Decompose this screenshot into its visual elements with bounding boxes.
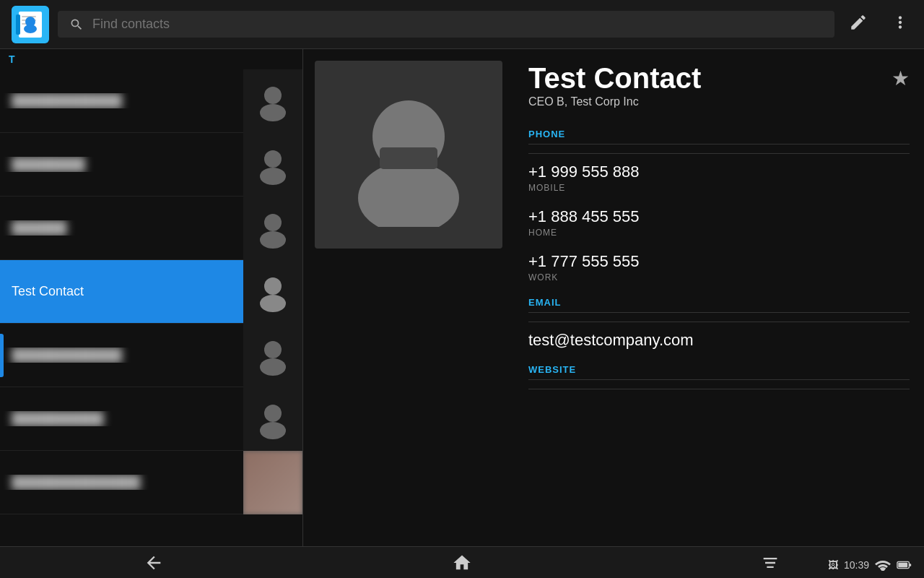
contact-name-text: ████████████	[12, 93, 122, 108]
contact-name-heading: Test Contact CEO B, Test Corp Inc	[528, 61, 701, 123]
contact-name-text: ██████████	[12, 411, 104, 426]
app-icon	[12, 6, 49, 43]
status-bar: 🖼 10:39	[828, 559, 912, 571]
svg-rect-22	[380, 147, 437, 169]
back-icon	[144, 553, 164, 573]
contact-name-area: ██████████	[0, 411, 243, 426]
email-divider	[528, 322, 910, 322]
more-button[interactable]	[888, 10, 912, 39]
svg-point-21	[358, 162, 459, 227]
phone-type-work: WORK	[528, 272, 910, 282]
list-item-active[interactable]: Test Contact	[0, 260, 302, 324]
website-divider	[528, 389, 910, 389]
contact-details: Test Contact CEO B, Test Corp Inc ★ PHON…	[514, 49, 924, 569]
home-button[interactable]	[437, 548, 487, 577]
phone-entry-home[interactable]: +1 888 455 555 HOME	[528, 207, 910, 238]
phone-type-home: HOME	[528, 228, 910, 238]
phone-entry-mobile[interactable]: +1 999 555 888 MOBILE	[528, 163, 910, 193]
left-panel: T ████████████ ████████	[0, 49, 303, 569]
phone-divider	[528, 153, 910, 154]
contact-photo-area	[315, 61, 502, 249]
wifi-icon	[875, 559, 891, 571]
email-section-header: EMAIL	[528, 297, 910, 313]
contact-avatar	[243, 69, 302, 133]
back-button[interactable]	[129, 548, 178, 577]
contact-avatar	[243, 387, 302, 451]
contact-name-text: ██████████████	[12, 475, 141, 489]
contact-name-area: ██████	[0, 220, 243, 236]
photo-indicator: 🖼	[828, 559, 838, 571]
more-icon	[891, 13, 910, 32]
time-display: 10:39	[844, 559, 869, 571]
home-icon	[452, 553, 472, 573]
phone-type-mobile: MOBILE	[528, 183, 910, 193]
contact-name-area: ████████████	[0, 93, 243, 108]
website-section-header: WEBSITE	[528, 364, 910, 380]
svg-point-11	[260, 168, 286, 185]
svg-point-6	[24, 25, 37, 33]
svg-point-10	[264, 150, 282, 168]
phone-entry-work[interactable]: +1 777 555 555 WORK	[528, 252, 910, 282]
list-item[interactable]: ██████████	[0, 387, 302, 451]
contact-name-text: ██████	[12, 220, 67, 235]
phone-number-home: +1 888 455 555	[528, 207, 910, 226]
list-item[interactable]: ████████	[0, 133, 302, 197]
bottom-nav: 🖼 10:39	[0, 546, 924, 578]
contact-avatar-photo	[243, 451, 302, 514]
top-actions	[846, 10, 912, 39]
app-icon-svg	[12, 6, 49, 43]
edit-icon	[849, 13, 868, 32]
phone-number-work: +1 777 555 555	[528, 252, 910, 271]
star-button[interactable]: ★	[892, 66, 910, 90]
contact-job-title: CEO B, Test Corp Inc	[528, 95, 701, 108]
search-input[interactable]	[92, 17, 823, 32]
contact-name-text: Test Contact	[12, 284, 84, 298]
svg-point-8	[264, 87, 282, 104]
avatar-icon	[253, 144, 293, 185]
edit-button[interactable]	[846, 10, 871, 39]
svg-point-13	[260, 231, 286, 249]
email-address: test@testcompany.com	[528, 331, 910, 350]
contact-name-text: ████████████	[12, 348, 122, 362]
avatar-icon	[253, 272, 293, 312]
svg-rect-25	[909, 564, 911, 566]
section-letter: T	[0, 49, 302, 69]
contact-header: Test Contact CEO B, Test Corp Inc ★	[528, 61, 910, 123]
list-item[interactable]: ████████████	[0, 324, 302, 387]
svg-rect-24	[898, 563, 907, 567]
scroll-indicator	[0, 334, 4, 377]
recents-icon	[760, 553, 780, 573]
svg-point-17	[260, 358, 286, 376]
contact-name-area: ██████████████	[0, 475, 243, 490]
contact-photo-icon	[336, 82, 481, 227]
contact-name-area: ████████	[0, 157, 243, 172]
contact-full-name: Test Contact	[528, 61, 701, 95]
svg-rect-7	[16, 14, 20, 35]
avatar-icon	[253, 81, 293, 121]
svg-point-9	[260, 104, 286, 121]
contact-avatar	[243, 324, 302, 387]
contact-avatar	[243, 260, 302, 324]
phone-section-header: PHONE	[528, 129, 910, 144]
email-entry[interactable]: test@testcompany.com	[528, 331, 910, 350]
recents-button[interactable]	[746, 548, 795, 577]
avatar-icon	[253, 399, 293, 439]
list-item[interactable]: ██████████████	[0, 451, 302, 514]
list-item[interactable]: ██████	[0, 197, 302, 260]
phone-number-mobile: +1 999 555 888	[528, 163, 910, 181]
main-content: T ████████████ ████████	[0, 49, 924, 569]
svg-point-18	[264, 405, 282, 422]
svg-point-15	[260, 295, 286, 312]
search-bar[interactable]	[58, 11, 834, 38]
contact-name-area: ████████████	[0, 348, 243, 363]
right-panel: Test Contact CEO B, Test Corp Inc ★ PHON…	[303, 49, 924, 569]
contact-avatar	[243, 133, 302, 197]
contact-name-area: Test Contact	[0, 284, 243, 299]
list-item[interactable]: ████████████	[0, 69, 302, 133]
battery-icon	[897, 559, 912, 571]
svg-point-19	[260, 422, 286, 439]
avatar-icon	[253, 208, 293, 249]
avatar-icon	[253, 335, 293, 376]
contact-avatar	[243, 197, 302, 260]
contact-list: ████████████ ████████	[0, 69, 302, 514]
